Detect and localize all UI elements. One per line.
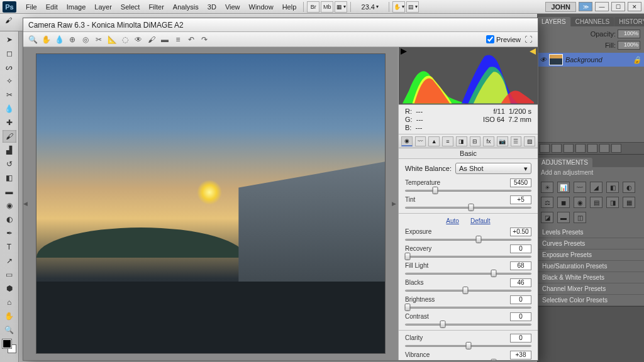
slider-value[interactable]: 0 [510,312,531,321]
levels-icon[interactable]: 📊 [557,182,570,193]
hand-icon[interactable]: ✋ [40,34,52,45]
auto-link[interactable]: Auto [446,217,459,224]
stamp-tool-icon[interactable]: ▟ [3,144,16,156]
eyedropper-tool-icon[interactable]: 💧 [3,102,16,115]
3d-tool-icon[interactable]: ⬢ [3,282,16,295]
wb-eyedropper-icon[interactable]: 💧 [53,34,65,45]
fullscreen-icon[interactable]: ⛶ [523,34,534,45]
pen-tool-icon[interactable]: ✒ [3,227,16,239]
fx-icon[interactable] [552,144,562,153]
slider-thumb[interactable] [433,187,438,194]
invert-icon[interactable]: ◨ [606,197,619,208]
slider-value[interactable]: +0.50 [510,228,531,236]
slider-value[interactable]: 68 [510,261,531,270]
heal-tool-icon[interactable]: ✚ [3,116,16,129]
opacity-input[interactable]: 100% [618,30,640,38]
hue-icon[interactable]: ◐ [623,182,635,193]
minimize-button[interactable]: — [595,2,609,11]
mask-icon[interactable] [564,144,574,153]
minibridge-icon[interactable]: Mb [321,1,333,13]
link-icon[interactable] [540,144,550,153]
exposure-icon[interactable]: ◢ [590,182,602,193]
vibrance-icon[interactable]: ◧ [606,182,619,193]
tab-layers[interactable]: LAYERS [537,17,570,26]
menu-view[interactable]: View [221,0,245,14]
brightness-icon[interactable]: ☀ [541,182,553,193]
preset-channelmixer[interactable]: Channel Mixer Presets [537,283,644,295]
photo-preview[interactable] [36,53,386,354]
tab-snapshots-icon[interactable]: ▧ [524,136,535,146]
preset-bw[interactable]: Black & White Presets [537,272,644,283]
tab-split-icon[interactable]: ◨ [456,136,467,146]
rotate-cw-icon[interactable]: ↷ [199,34,210,45]
histogram[interactable] [399,47,538,105]
slider-track[interactable] [405,287,531,293]
next-image-icon[interactable]: ▶ [392,200,396,207]
tab-fx-icon[interactable]: fx [483,136,494,146]
slider-track[interactable] [405,187,531,194]
camera-tool-icon[interactable]: ⌂ [3,296,16,309]
photo-filter-icon[interactable]: ◉ [574,197,586,208]
preset-huesat[interactable]: Hue/Saturation Presets [537,261,644,272]
crop-icon[interactable]: ✂ [93,34,104,45]
tab-camera-icon[interactable]: 📷 [497,136,508,146]
slider-value[interactable]: 46 [510,278,531,287]
colorbalance-icon[interactable]: ⚖ [541,197,553,208]
slider-track[interactable] [405,359,531,360]
blur-tool-icon[interactable]: ◉ [3,199,16,212]
hand-option-icon[interactable]: ✋ [392,1,405,13]
hand-tool-icon[interactable]: ✋ [3,310,16,322]
adjustment-icon[interactable] [575,144,586,153]
slider-thumb[interactable] [491,359,496,360]
menu-window[interactable]: Window [245,0,278,14]
prev-image-icon[interactable]: ◀ [23,200,28,207]
rotate-ccw-icon[interactable]: ↶ [186,34,197,45]
preview-check-input[interactable] [486,35,494,43]
type-tool-icon[interactable]: T [3,241,16,253]
redeye-icon[interactable]: 👁 [133,34,144,45]
eye-icon[interactable]: 👁 [540,56,547,63]
history-brush-icon[interactable]: ↺ [3,158,16,170]
slider-thumb[interactable] [440,321,446,328]
fg-color-swatch[interactable] [3,339,11,348]
layer-row-background[interactable]: 👁 Background 🔒 [537,53,644,67]
selectivecolor-icon[interactable]: ◫ [574,212,586,223]
tab-lens-icon[interactable]: ⊟ [470,136,481,146]
slider-value[interactable]: 0 [510,295,531,304]
slider-thumb[interactable] [405,304,411,311]
prefs-icon[interactable]: ≡ [172,34,184,45]
slider-track[interactable] [405,204,531,211]
preset-selectivecolor[interactable]: Selective Color Presets [537,295,644,306]
shape-tool-icon[interactable]: ▭ [3,268,16,281]
tab-channels[interactable]: CHANNELS [571,17,614,26]
menu-edit[interactable]: Edit [42,0,62,14]
tab-presets-icon[interactable]: ☰ [511,136,522,146]
slider-track[interactable] [405,343,531,349]
gradient-tool-icon[interactable]: ▬ [3,185,16,198]
menu-filter[interactable]: Filter [144,0,168,14]
preset-exposure[interactable]: Exposure Presets [537,250,644,261]
marquee-tool-icon[interactable]: ◻ [3,47,16,60]
dodge-tool-icon[interactable]: ◐ [3,213,16,226]
grad-filter-icon[interactable]: ▬ [159,34,170,45]
bw-icon[interactable]: ◼ [557,197,570,208]
menu-3d[interactable]: 3D [203,0,221,14]
tab-adjustments[interactable]: ADJUSTMENTS [537,158,592,167]
menu-layer[interactable]: Layer [90,0,116,14]
menu-help[interactable]: Help [278,0,301,14]
folder-icon[interactable] [587,144,597,153]
preset-curves[interactable]: Curves Presets [537,238,644,250]
straighten-icon[interactable]: 📐 [106,34,118,45]
slider-thumb[interactable] [491,270,496,277]
slider-value[interactable]: 5450 [510,178,531,187]
wand-tool-icon[interactable]: ✧ [3,75,16,87]
zoom-icon[interactable]: 🔍 [27,34,38,45]
preview-checkbox[interactable]: Preview [486,35,521,43]
menu-select[interactable]: Select [116,0,145,14]
curves-icon[interactable]: 〰 [574,182,586,193]
menu-file[interactable]: File [21,0,42,14]
maximize-button[interactable]: ☐ [611,2,625,11]
brush-tool-icon[interactable]: 🖌 [3,130,16,143]
path-tool-icon[interactable]: ↗ [3,255,16,267]
tab-history[interactable]: HISTORY [614,17,644,26]
